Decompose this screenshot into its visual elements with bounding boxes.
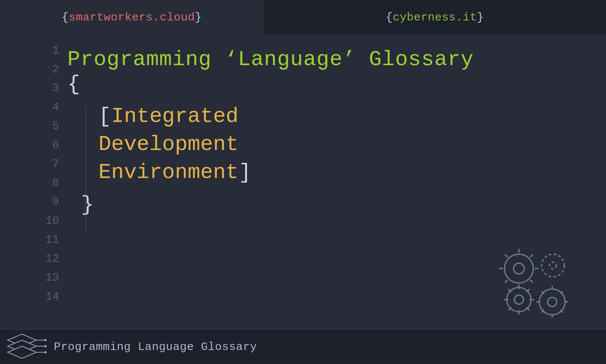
code-brace-close: } [81, 193, 474, 216]
svg-point-5 [514, 295, 523, 304]
svg-point-14 [45, 345, 46, 347]
footer-title: Programming Language Glossary [54, 341, 257, 353]
term-block: [IntegratedDevelopmentEnvironment] [98, 102, 474, 186]
line-number: 13 [45, 268, 59, 287]
line-number: 4 [52, 98, 59, 117]
svg-point-3 [550, 262, 556, 269]
line-number: 8 [52, 173, 59, 192]
domain-cyberness: cyberness.it [393, 11, 477, 24]
tab-smartworkers[interactable]: { smartworkers.cloud } [0, 0, 264, 35]
tab-cyberness[interactable]: { cyberness.it } [264, 0, 606, 35]
line-number: 3 [52, 79, 59, 98]
svg-point-16 [45, 352, 46, 353]
brace-open: { [62, 11, 69, 24]
line-number: 14 [45, 287, 59, 306]
svg-point-1 [514, 263, 524, 274]
svg-point-2 [542, 254, 564, 277]
line-number: 5 [52, 117, 59, 136]
page-title: Programming ‘Language’ Glossary [67, 48, 474, 70]
line-number: 9 [52, 192, 59, 211]
brace-close: } [477, 11, 484, 24]
term-line: [Integrated [98, 102, 474, 130]
line-number: 7 [52, 155, 59, 173]
svg-point-7 [548, 297, 557, 306]
brace-open: { [386, 11, 393, 24]
line-number: 12 [45, 249, 59, 268]
line-number: 11 [45, 230, 59, 249]
term-line: Environment] [98, 158, 474, 186]
term-line: Development [98, 130, 474, 158]
code-brace-open: { [67, 73, 474, 95]
line-number: 6 [52, 136, 59, 155]
term-word: Development [98, 132, 239, 156]
layers-icon [5, 332, 49, 362]
bracket-close-icon: ] [239, 160, 251, 184]
svg-point-12 [45, 339, 46, 341]
indent-guide [86, 107, 86, 232]
domain-smartworkers: smartworkers.cloud [69, 11, 195, 24]
footer-bar: Programming Language Glossary [0, 329, 606, 364]
term-word: Integrated [111, 104, 239, 128]
code-body: Programming ‘Language’ Glossary { [Integ… [67, 41, 474, 306]
line-number: 10 [45, 211, 59, 230]
term-word: Environment [98, 160, 239, 184]
gears-icon [492, 247, 576, 322]
code-editor: 1234567891011121314 Programming ‘Languag… [45, 41, 474, 306]
brace-close: } [195, 11, 202, 24]
line-number: 2 [52, 60, 59, 79]
svg-point-0 [504, 254, 533, 283]
line-number: 1 [52, 41, 59, 60]
line-numbers: 1234567891011121314 [45, 41, 67, 306]
top-tabs: { smartworkers.cloud } { cyberness.it } [0, 0, 606, 35]
bracket-open-icon: [ [98, 104, 111, 128]
